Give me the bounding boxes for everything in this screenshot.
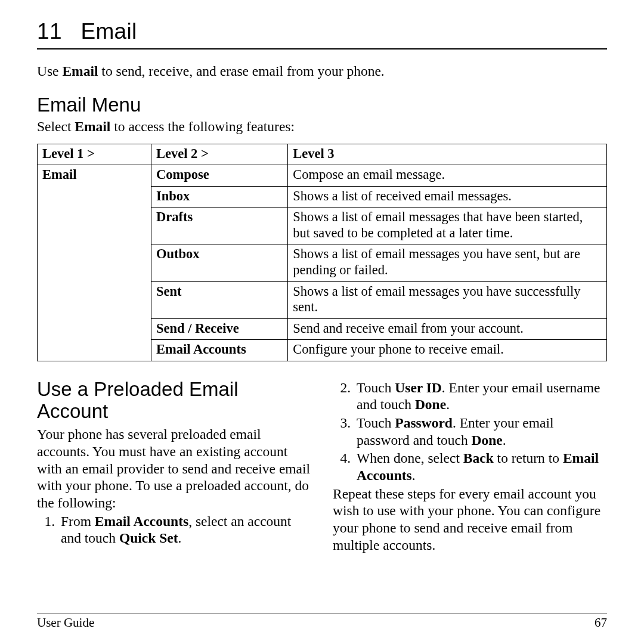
- step-3: Touch Password. Enter your email passwor…: [354, 414, 607, 448]
- page-footer: User Guide 67: [37, 614, 607, 631]
- steps-list-right: Touch User ID. Enter your email username…: [333, 379, 607, 484]
- email-menu-table: Level 1 > Level 2 > Level 3 Email Compos…: [37, 144, 607, 361]
- header-level-3: Level 3: [288, 144, 607, 165]
- step-2: Touch User ID. Enter your email username…: [354, 379, 607, 413]
- title-rule: [37, 48, 607, 49]
- section-email-menu-title: Email Menu: [37, 93, 607, 117]
- left-column: Use a Preloaded Email Account Your phone…: [37, 378, 311, 555]
- cell-l3: Shows a list of email messages you have …: [288, 244, 607, 281]
- right-column: Touch User ID. Enter your email username…: [333, 378, 607, 555]
- cell-l3: Compose an email message.: [288, 165, 607, 187]
- cell-l3: Shows a list of received email messages.: [288, 186, 607, 208]
- two-column-layout: Use a Preloaded Email Account Your phone…: [37, 378, 607, 555]
- section-email-menu-lead: Select Email to access the following fea…: [37, 118, 607, 135]
- cell-l3: Send and receive email from your account…: [288, 318, 607, 340]
- cell-l3: Shows a list of email messages you have …: [288, 281, 607, 318]
- footer-rule: [37, 614, 607, 614]
- steps-list-left: From Email Accounts, select an account a…: [37, 513, 311, 547]
- step-1: From Email Accounts, select an account a…: [58, 513, 311, 547]
- table-row: Email Compose Compose an email message.: [38, 165, 607, 187]
- chapter-name: Email: [81, 19, 137, 44]
- footer-left: User Guide: [37, 615, 94, 631]
- cell-l2: Compose: [151, 165, 288, 187]
- cell-l2: Email Accounts: [151, 340, 288, 361]
- cell-l3: Shows a list of email messages that have…: [288, 208, 607, 244]
- preloaded-account-title: Use a Preloaded Email Account: [37, 378, 311, 423]
- header-level-2: Level 2 >: [151, 144, 288, 165]
- footer-row: User Guide 67: [37, 615, 607, 631]
- header-level-1: Level 1 >: [38, 144, 151, 165]
- preloaded-account-body: Your phone has several preloaded email a…: [37, 426, 311, 511]
- cell-l2: Inbox: [151, 186, 288, 208]
- intro-paragraph: Use Email to send, receive, and erase em…: [37, 63, 607, 80]
- cell-l2: Sent: [151, 281, 288, 318]
- step-4: When done, select Back to return to Emai…: [354, 450, 607, 484]
- chapter-title: 11 Email: [37, 18, 607, 45]
- closing-paragraph: Repeat these steps for every email accou…: [333, 485, 607, 554]
- cell-level1-email: Email: [38, 165, 151, 361]
- cell-l3: Configure your phone to receive email.: [288, 340, 607, 361]
- table-header-row: Level 1 > Level 2 > Level 3: [38, 144, 607, 165]
- cell-l2: Outbox: [151, 244, 288, 281]
- chapter-number: 11: [37, 19, 62, 44]
- cell-l2: Drafts: [151, 208, 288, 244]
- footer-page-number: 67: [595, 615, 607, 631]
- cell-l2: Send / Receive: [151, 318, 288, 340]
